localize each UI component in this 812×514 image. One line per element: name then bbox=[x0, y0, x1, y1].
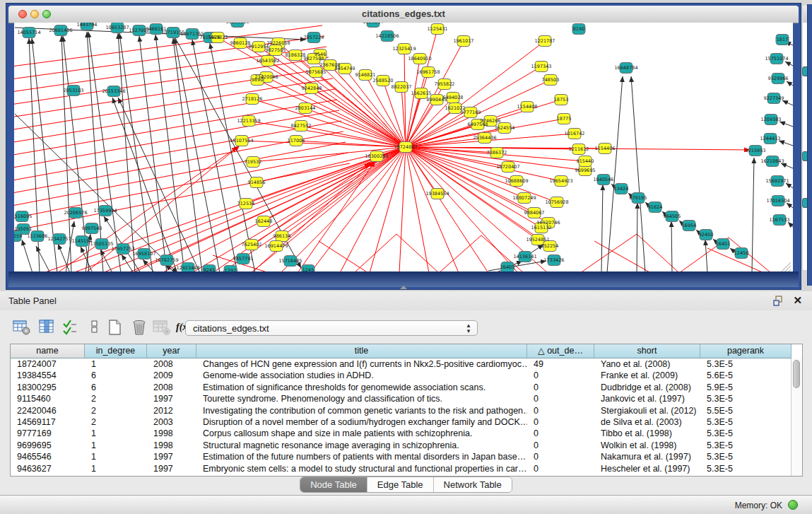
graph-node-label: 15751074 bbox=[765, 56, 788, 62]
graph-node-label: 14136141 bbox=[513, 254, 536, 259]
edge[interactable] bbox=[118, 33, 135, 273]
table-row[interactable]: 2242004622012Investigating the contribut… bbox=[11, 405, 792, 416]
edge[interactable] bbox=[298, 161, 375, 273]
edge[interactable] bbox=[192, 40, 237, 273]
column-visibility-icon[interactable] bbox=[38, 319, 57, 336]
edge[interactable] bbox=[14, 57, 329, 106]
edge[interactable] bbox=[782, 100, 793, 105]
edge[interactable] bbox=[119, 33, 153, 273]
table-settings-icon[interactable] bbox=[13, 319, 31, 336]
graph-node-label: 17957253 bbox=[111, 246, 134, 252]
graph-node-label: 16958107 bbox=[132, 251, 155, 257]
edge[interactable] bbox=[132, 147, 406, 273]
table-scrollbar[interactable] bbox=[791, 358, 802, 476]
edge[interactable] bbox=[779, 122, 793, 127]
network-graph[interactable]: 1872400714055714206914061493794106532871… bbox=[14, 23, 793, 273]
split-pane-handle[interactable] bbox=[400, 286, 407, 289]
edge[interactable] bbox=[788, 222, 793, 227]
edge[interactable] bbox=[319, 241, 368, 273]
table-selector-dropdown[interactable]: citations_edges.txt ▲▼ bbox=[185, 320, 478, 336]
graph-node-label: 1145194 bbox=[72, 238, 93, 244]
edge[interactable] bbox=[66, 221, 74, 273]
table-row[interactable]: 969969511998Structural magnetic resonanc… bbox=[11, 440, 792, 451]
network-canvas[interactable]: 1872400714055714206914061493794106532871… bbox=[14, 23, 793, 273]
edge[interactable] bbox=[637, 203, 637, 273]
close-panel-icon[interactable]: ✕ bbox=[793, 294, 802, 306]
table-row[interactable]: 911546021997Tourette syndrome. Phenomeno… bbox=[11, 393, 792, 404]
edge[interactable] bbox=[14, 121, 341, 182]
edge[interactable] bbox=[340, 147, 406, 273]
tab-edge-table[interactable]: Edge Table bbox=[367, 477, 434, 492]
edge[interactable] bbox=[396, 234, 439, 273]
memory-indicator[interactable] bbox=[788, 500, 798, 510]
table-row[interactable]: 1872400712008Changes of HCN gene express… bbox=[11, 358, 792, 370]
edge[interactable] bbox=[705, 240, 707, 273]
edge[interactable] bbox=[14, 68, 331, 119]
table-row[interactable]: 1830029562008Estimation of significance … bbox=[11, 382, 792, 393]
edge[interactable] bbox=[22, 240, 33, 273]
table-row[interactable]: 1938455462009Genome-wide association stu… bbox=[11, 370, 792, 381]
edge[interactable] bbox=[406, 147, 541, 228]
edge[interactable] bbox=[276, 147, 406, 246]
edge[interactable] bbox=[15, 114, 177, 273]
graph-node-label: 2516095 bbox=[14, 214, 32, 219]
edge[interactable] bbox=[312, 88, 406, 147]
edge[interactable] bbox=[787, 203, 793, 208]
edge[interactable] bbox=[282, 147, 406, 236]
edge[interactable] bbox=[36, 246, 50, 273]
new-document-icon[interactable] bbox=[106, 319, 124, 336]
edge[interactable] bbox=[631, 76, 645, 273]
graph-node-label: 9890 bbox=[252, 77, 264, 83]
edge[interactable] bbox=[752, 158, 754, 273]
edge[interactable] bbox=[488, 261, 546, 271]
trash-icon[interactable] bbox=[130, 319, 148, 336]
scrollbar-thumb[interactable] bbox=[793, 360, 800, 388]
column-header-name[interactable]: name bbox=[11, 344, 85, 358]
column-header-title[interactable]: title bbox=[196, 344, 527, 358]
edge[interactable] bbox=[14, 142, 346, 208]
edge[interactable] bbox=[354, 234, 396, 273]
edge[interactable] bbox=[786, 183, 793, 188]
edge[interactable] bbox=[251, 147, 406, 273]
table-row[interactable]: 946362711997Embryonic stem cells: a mode… bbox=[11, 463, 792, 474]
edge[interactable] bbox=[787, 81, 793, 86]
table-cell: Structural magnetic resonance image aver… bbox=[196, 440, 527, 451]
edge[interactable] bbox=[88, 32, 121, 273]
edge[interactable] bbox=[281, 147, 406, 273]
graph-node-label: 1115686 bbox=[28, 233, 48, 239]
edge[interactable] bbox=[671, 221, 672, 273]
edge[interactable] bbox=[406, 147, 429, 273]
graph-node-label: 10756928 bbox=[545, 199, 568, 205]
combo-arrows-icon: ▲▼ bbox=[466, 323, 471, 334]
graph-node-label: 15716485 bbox=[278, 258, 302, 264]
edge[interactable] bbox=[607, 76, 623, 273]
edge[interactable] bbox=[779, 141, 793, 146]
edge[interactable] bbox=[122, 255, 134, 273]
edge[interactable] bbox=[14, 100, 337, 157]
edge[interactable] bbox=[781, 163, 793, 168]
network-window-titlebar[interactable]: citations_edges.txt bbox=[8, 6, 799, 23]
table-cell: 6 bbox=[85, 382, 147, 393]
column-header-short[interactable]: short bbox=[594, 344, 700, 358]
table-row[interactable]: 946554611997Estimation of the future num… bbox=[11, 451, 792, 462]
column-header-outde[interactable]: △ out_de… bbox=[527, 344, 594, 358]
edge[interactable] bbox=[14, 89, 335, 144]
column-header-indegree[interactable]: in_degree bbox=[85, 344, 147, 358]
edge[interactable] bbox=[266, 77, 406, 147]
edge[interactable] bbox=[14, 78, 333, 132]
float-panel-icon[interactable] bbox=[773, 296, 784, 306]
edge[interactable] bbox=[14, 163, 350, 233]
graph-node-label: 12923448 bbox=[176, 265, 199, 271]
graph-node-label: 6494028 bbox=[443, 95, 464, 100]
table-row[interactable]: 977716911998Corpus callosum shape and si… bbox=[11, 428, 792, 439]
tab-node-table[interactable]: Node Table bbox=[300, 477, 367, 492]
edge[interactable] bbox=[601, 185, 603, 273]
edge[interactable] bbox=[785, 62, 793, 66]
rows-icon[interactable] bbox=[86, 319, 105, 336]
table-row[interactable]: 1456911722003Disruption of a novel membe… bbox=[11, 416, 792, 428]
table-tabs: Node TableEdge TableNetwork Table bbox=[0, 477, 812, 493]
column-header-year[interactable]: year bbox=[147, 344, 196, 358]
select-columns-icon[interactable] bbox=[62, 319, 81, 336]
column-header-pagerank[interactable]: pagerank bbox=[700, 344, 792, 358]
tab-network-table[interactable]: Network Table bbox=[434, 477, 512, 492]
